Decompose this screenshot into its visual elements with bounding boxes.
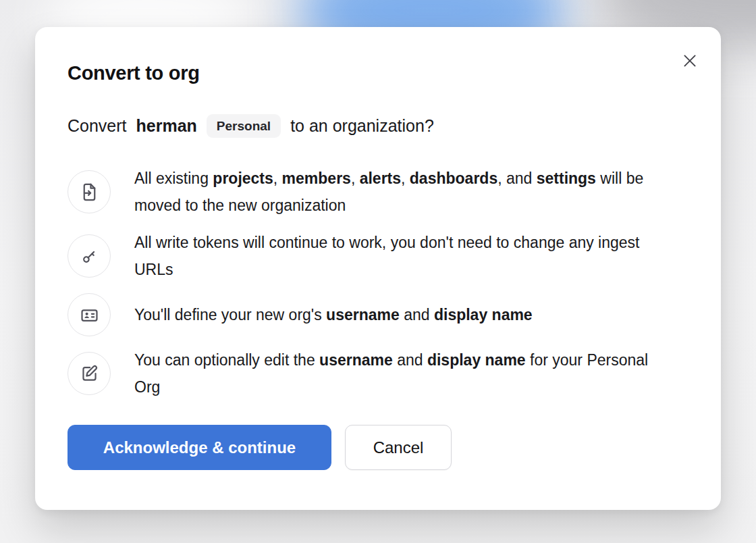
question-suffix: to an organization?: [290, 116, 434, 136]
acknowledge-continue-button[interactable]: Acknowledge & continue: [68, 425, 331, 470]
dialog-question: Convert herman Personal to an organizati…: [68, 114, 688, 138]
list-item: All existing projects, members, alerts, …: [68, 165, 688, 219]
dialog-title: Convert to org: [68, 62, 688, 84]
list-item: All write tokens will continue to work, …: [68, 229, 688, 283]
dialog-actions: Acknowledge & continue Cancel: [68, 425, 688, 470]
file-export-icon: [68, 170, 111, 213]
item-description: You'll define your new org's username an…: [134, 301, 533, 328]
cancel-button[interactable]: Cancel: [345, 425, 452, 470]
edit-icon: [68, 352, 111, 395]
account-name: herman: [136, 116, 197, 136]
question-prefix: Convert: [68, 116, 127, 136]
item-description: All write tokens will continue to work, …: [134, 229, 657, 283]
personal-badge: Personal: [207, 114, 281, 138]
list-item: You'll define your new org's username an…: [68, 293, 688, 336]
convert-to-org-dialog: Convert to org Convert herman Personal t…: [35, 27, 721, 510]
list-item: You can optionally edit the username and…: [68, 346, 688, 400]
info-list: All existing projects, members, alerts, …: [68, 165, 688, 400]
item-description: All existing projects, members, alerts, …: [134, 165, 657, 219]
close-button[interactable]: [674, 45, 706, 77]
item-description: You can optionally edit the username and…: [134, 346, 657, 400]
x-icon: [681, 52, 699, 70]
id-card-icon: [68, 293, 111, 336]
key-icon: [68, 234, 111, 278]
